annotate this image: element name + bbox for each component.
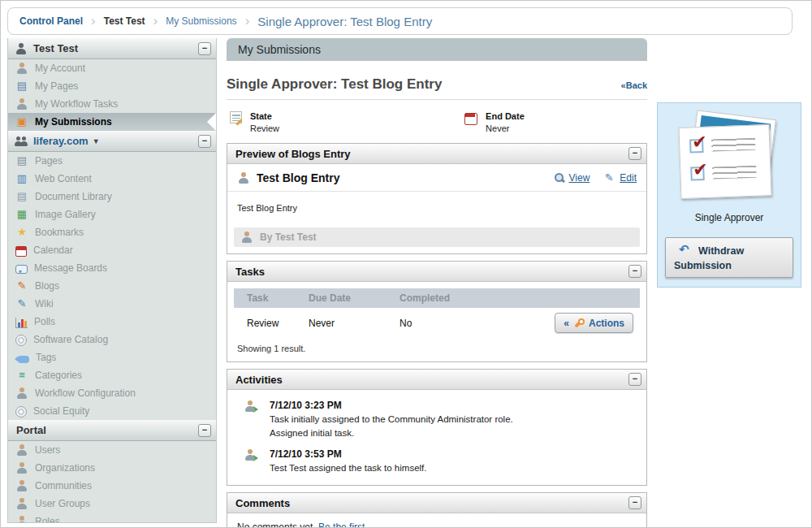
sidebar-item-social-equity[interactable]: Social Equity	[8, 402, 216, 420]
sidebar-item-label: My Workflow Tasks	[35, 98, 118, 110]
sidebar-item-workflow-configuration[interactable]: Workflow Configuration	[8, 384, 216, 402]
checkbox-graphic: ✔	[690, 167, 705, 181]
activity-date: 7/12/10 3:23 PM	[270, 400, 513, 411]
sidebar-item-label: Web Content	[35, 173, 92, 184]
task-cell: Review	[234, 318, 309, 329]
collapse-user-section-button[interactable]: −	[198, 42, 211, 55]
calendar-icon	[15, 246, 27, 257]
activity-text: Task initially assigned to the Community…	[270, 413, 513, 425]
sidebar-item-calendar[interactable]: Calendar	[8, 241, 216, 259]
web-content-icon: ▥	[15, 172, 28, 185]
end-date-value: Never	[486, 123, 525, 133]
community-icon	[15, 135, 28, 148]
sidebar-item-web-content[interactable]: ▥ Web Content	[8, 170, 216, 188]
workflow-definition-label: Single Approver	[658, 212, 801, 223]
sidebar-item-label: Document Library	[35, 191, 112, 202]
sidebar-item-my-workflow-tasks[interactable]: My Workflow Tasks	[8, 95, 216, 113]
my-pages-icon: ▤	[15, 80, 28, 93]
blog-entry-byline: By Test Test	[234, 227, 640, 247]
assign-user-icon	[244, 400, 257, 413]
sidebar-item-tags[interactable]: Tags	[8, 348, 216, 366]
sidebar-section-user-title: Test Test	[33, 42, 78, 54]
edit-link-label: Edit	[620, 172, 637, 184]
control-panel-page: Control Panel › Test Test › My Submissio…	[0, 0, 812, 528]
assign-user-icon	[244, 448, 257, 461]
end-date-icon	[464, 113, 477, 125]
activity-text: Assigned initial task.	[270, 427, 513, 439]
column-due-date: Due Date	[309, 292, 400, 304]
collapse-comments-panel-button[interactable]: −	[628, 496, 641, 509]
breadcrumb-control-panel[interactable]: Control Panel	[19, 15, 83, 27]
activity-entry: 7/12/10 3:53 PM Test Test assigned the t…	[227, 439, 646, 485]
workflow-definition-box: ✔ ✔ Single Approver ↶ Withdraw Submissio…	[657, 102, 801, 288]
blog-entry-body: Test Blog Entry	[227, 192, 646, 224]
blog-entry-header: Test Blog Entry View ✎ Edit	[227, 164, 646, 192]
back-link[interactable]: «Back	[621, 80, 647, 90]
sidebar-item-my-account[interactable]: My Account	[8, 59, 216, 77]
collapse-activities-panel-button[interactable]: −	[628, 373, 641, 386]
collapse-portal-section-button[interactable]: −	[198, 424, 211, 437]
breadcrumb: Control Panel › Test Test › My Submissio…	[7, 7, 793, 35]
preview-panel-header: Preview of Blogs Entry −	[227, 144, 646, 164]
preview-panel-title: Preview of Blogs Entry	[235, 148, 351, 160]
collapse-preview-panel-button[interactable]: −	[628, 147, 641, 160]
text-lines-graphic	[711, 138, 755, 152]
breadcrumb-test-test[interactable]: Test Test	[104, 15, 145, 27]
state-block: State Review	[230, 111, 279, 133]
sidebar-item-label: Software Catalog	[33, 334, 108, 345]
caret-down-icon: ▼	[93, 137, 100, 145]
sidebar-item-label: Message Boards	[34, 262, 107, 274]
breadcrumb-my-submissions[interactable]: My Submissions	[166, 15, 236, 27]
sidebar-item-label: Blogs	[35, 280, 59, 292]
withdraw-submission-button[interactable]: ↶ Withdraw Submission	[665, 237, 793, 278]
sidebar-item-document-library[interactable]: ▤ Document Library	[8, 188, 216, 206]
sidebar-item-label: Calendar	[33, 245, 73, 256]
breadcrumb-separator-icon: ›	[91, 13, 96, 29]
sidebar-item-roles[interactable]: Roles	[8, 513, 216, 523]
sidebar-item-my-submissions[interactable]: ▣ My Submissions	[8, 113, 216, 131]
sidebar-item-pages[interactable]: ▤ Pages	[8, 152, 216, 170]
be-the-first-link[interactable]: Be the first.	[318, 522, 368, 528]
page-title-row: Single Approver: Test Blog Entry «Back	[227, 76, 647, 100]
community-selector[interactable]: liferay.com	[33, 135, 89, 147]
sidebar-item-image-gallery[interactable]: ▦ Image Gallery	[8, 206, 216, 223]
comments-panel: Comments − No comments yet. Be the first…	[227, 492, 647, 528]
edit-link[interactable]: ✎ Edit	[603, 171, 637, 184]
sidebar-item-communities[interactable]: Communities	[8, 477, 216, 495]
activity-text: Test Test assigned the task to himself.	[270, 462, 426, 474]
checkbox-graphic: ✔	[689, 139, 704, 154]
breadcrumb-separator-icon: ›	[153, 13, 158, 29]
my-submissions-icon: ▣	[15, 115, 28, 128]
polls-icon	[15, 318, 28, 328]
check-icon: ✔	[693, 159, 708, 181]
end-date-block: End Date Never	[464, 111, 525, 133]
column-completed: Completed	[400, 292, 640, 304]
sidebar-item-my-pages[interactable]: ▤ My Workflow Tasks My Pages	[8, 77, 216, 95]
sidebar-item-label: Users	[35, 444, 60, 456]
sidebar-item-blogs[interactable]: ✎ Blogs	[8, 277, 216, 295]
sidebar-item-message-boards[interactable]: Message Boards	[8, 259, 216, 277]
sidebar-item-wiki[interactable]: ✎ Wiki	[8, 295, 216, 313]
blog-author-icon	[237, 171, 250, 184]
sidebar-item-categories[interactable]: ≡ Categories	[8, 366, 216, 384]
users-icon	[15, 444, 28, 457]
collapse-tasks-panel-button[interactable]: −	[628, 265, 641, 278]
actions-button[interactable]: « Actions	[555, 313, 633, 333]
collapse-community-section-button[interactable]: −	[198, 135, 211, 148]
state-value: Review	[250, 123, 279, 133]
activity-entry: 7/12/10 3:23 PM Task initially assigned …	[227, 390, 646, 439]
breadcrumb-current-page: Single Approver: Test Blog Entry	[257, 15, 432, 28]
sidebar-item-label: Communities	[35, 480, 92, 491]
view-link[interactable]: View	[554, 172, 590, 184]
sidebar-item-users[interactable]: Users	[8, 441, 216, 459]
sidebar-section-portal-title: Portal	[16, 424, 46, 436]
bookmarks-icon: ★	[15, 226, 28, 239]
sidebar-item-user-groups[interactable]: User Groups	[8, 495, 216, 513]
sidebar-section-user: Test Test −	[8, 38, 216, 59]
sidebar-item-label: Workflow Configuration	[35, 387, 136, 399]
sidebar-item-organizations[interactable]: Organizations	[8, 459, 216, 477]
activity-date: 7/12/10 3:53 PM	[270, 448, 426, 460]
sidebar-item-polls[interactable]: Polls	[8, 313, 216, 331]
sidebar-item-bookmarks[interactable]: ★ Bookmarks	[8, 223, 216, 241]
sidebar-item-software-catalog[interactable]: Software Catalog	[8, 331, 216, 348]
